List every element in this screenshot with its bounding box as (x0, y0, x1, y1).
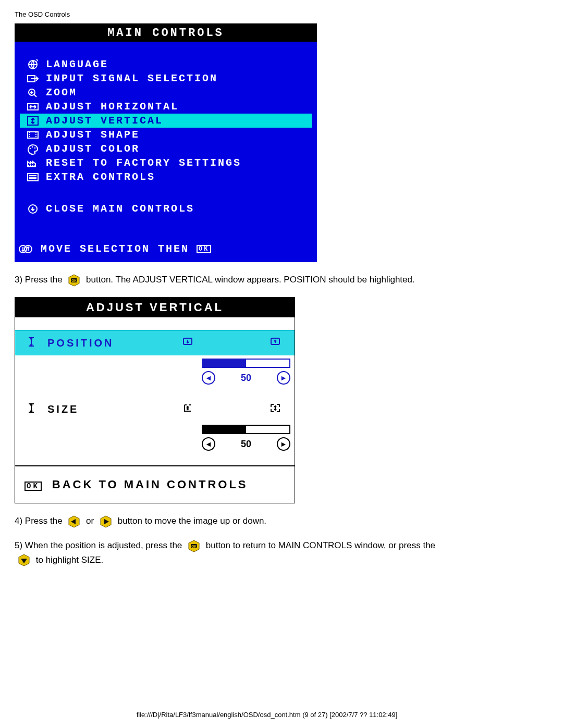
back-label: BACK TO MAIN CONTROLS (52, 478, 248, 491)
vresize-icon (25, 336, 38, 350)
menu-item-language[interactable]: LANGUAGE (20, 57, 312, 71)
shape-icon (20, 129, 46, 141)
menu-item-adjust-horizontal[interactable]: ADJUST HORIZONTAL (20, 100, 312, 114)
size-small-icon (181, 402, 194, 416)
monitor-up-icon (268, 336, 282, 350)
right-arrow-icon[interactable]: ► (277, 437, 290, 451)
size-value: 50 (241, 439, 251, 450)
left-button-icon (67, 515, 81, 528)
menu-label: RESET TO FACTORY SETTINGS (46, 157, 312, 169)
av-row-size[interactable]: SIZE (15, 397, 295, 422)
close-down-icon (20, 203, 46, 215)
menu-label: EXTRA CONTROLS (46, 171, 312, 183)
up-down-nav-icon (15, 243, 41, 255)
size-progress (202, 425, 290, 434)
size-label: SIZE (47, 403, 79, 415)
horiz-arrows-icon (20, 101, 46, 113)
av-title: ADJUST VERTICAL (15, 298, 295, 317)
left-arrow-icon[interactable]: ◄ (202, 371, 215, 385)
right-button-icon (99, 515, 113, 528)
magnify-plus-icon (20, 87, 46, 98)
page-header: The OSD Controls (15, 10, 548, 18)
menu-label: ADJUST COLOR (46, 143, 312, 155)
right-arrow-icon[interactable]: ► (277, 371, 290, 385)
ok-box-icon: OK (25, 478, 42, 491)
menu-label: ADJUST VERTICAL (46, 115, 312, 127)
step-3-text: 3) Press the button. The ADJUST VERTICAL… (15, 273, 548, 287)
monitor-down-icon (181, 336, 194, 350)
footer-text: MOVE SELECTION THEN (41, 243, 189, 255)
menu-label: ZOOM (46, 87, 312, 98)
position-value: 50 (241, 373, 251, 384)
left-arrow-icon[interactable]: ◄ (202, 437, 215, 451)
step-5-text: 5) When the position is adjusted, press … (15, 538, 548, 566)
palette-icon (20, 143, 46, 155)
ok-indicator-icon: OK (197, 245, 211, 253)
osd-adjust-vertical-panel: ADJUST VERTICAL POSITION ◄ 50 ► SIZ (15, 297, 295, 503)
menu-label: INPUT SIGNAL SELECTION (46, 72, 312, 84)
ok-button-icon (67, 274, 81, 287)
menu-label: LANGUAGE (46, 58, 312, 70)
position-progress (202, 359, 290, 368)
osd-title: MAIN CONTROLS (15, 23, 317, 42)
input-arrow-icon (20, 73, 46, 84)
menu-label: ADJUST SHAPE (46, 129, 312, 141)
av-row-position[interactable]: POSITION (15, 331, 295, 355)
list-icon (20, 171, 46, 183)
av-back-row[interactable]: OK BACK TO MAIN CONTROLS (15, 465, 295, 503)
menu-item-adjust-shape[interactable]: ADJUST SHAPE (20, 128, 312, 142)
factory-icon (20, 157, 46, 169)
menu-label: CLOSE MAIN CONTROLS (46, 203, 312, 215)
menu-item-adjust-color[interactable]: ADJUST COLOR (20, 142, 312, 156)
menu-label: ADJUST HORIZONTAL (46, 101, 312, 113)
menu-item-adjust-vertical[interactable]: ADJUST VERTICAL (20, 114, 312, 128)
position-label: POSITION (47, 337, 114, 349)
globe-question-icon (20, 59, 46, 70)
osd-footer-hint: MOVE SELECTION THEN OK (15, 239, 317, 262)
osd-main-controls-panel: MAIN CONTROLS LANGUAGE INPUT SIGNAL SELE… (15, 23, 317, 262)
menu-item-close[interactable]: CLOSE MAIN CONTROLS (20, 202, 312, 216)
menu-item-factory-reset[interactable]: RESET TO FACTORY SETTINGS (20, 156, 312, 170)
menu-item-extra-controls[interactable]: EXTRA CONTROLS (20, 170, 312, 184)
down-button-icon (17, 554, 31, 566)
menu-item-zoom[interactable]: ZOOM (20, 85, 312, 100)
menu-item-input-signal[interactable]: INPUT SIGNAL SELECTION (20, 71, 312, 85)
vert-arrows-icon (20, 115, 46, 127)
step-4-text: 4) Press the or button to move the image… (15, 514, 548, 528)
ok-button-icon (187, 540, 201, 552)
vresize-icon (25, 402, 38, 416)
size-large-icon (268, 402, 282, 416)
